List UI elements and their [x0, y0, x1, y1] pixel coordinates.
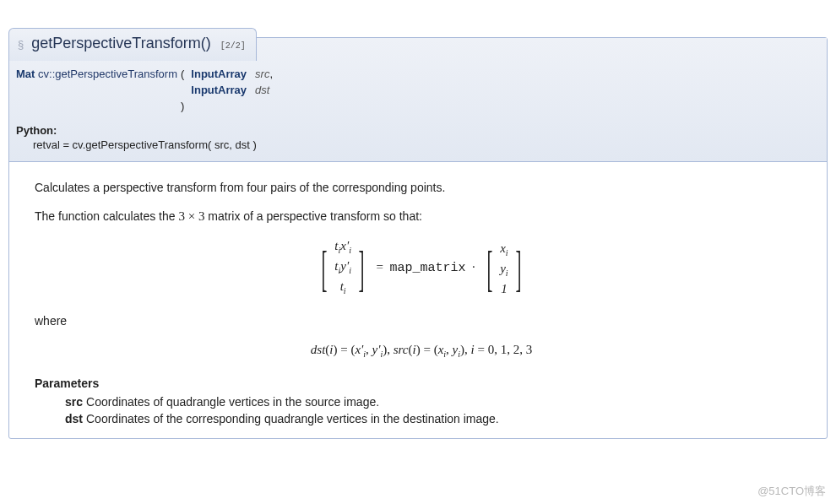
- open-paren: (: [179, 66, 186, 82]
- where-label: where: [35, 312, 808, 329]
- left-vector: tix'i tiy'i ti: [334, 238, 351, 299]
- eq-equals: =: [376, 260, 383, 274]
- signature-row: ): [14, 98, 274, 114]
- python-signature: retval = cv.getPerspectiveTransform( src…: [9, 137, 827, 161]
- parameters-header: Parameters: [35, 375, 808, 392]
- equation-2: dst(i) = (x'i, y'i), src(i) = (xi, yi), …: [35, 341, 808, 361]
- right-bracket-icon: ]: [358, 246, 364, 291]
- signature-row: InputArray dst: [14, 82, 274, 98]
- left-bracket-icon: [: [487, 246, 493, 291]
- param-desc: Coordinates of quadrangle vertices in th…: [86, 395, 379, 409]
- text: matrix of a perspective transform so tha…: [204, 209, 422, 223]
- matrix-size: 3 × 3: [178, 209, 204, 223]
- param-name: dst: [250, 84, 269, 96]
- return-type[interactable]: Mat: [16, 68, 35, 80]
- permalink-icon[interactable]: §: [18, 38, 24, 51]
- signature-row: Mat cv::getPerspectiveTransform ( InputA…: [14, 66, 274, 82]
- param-row: srcCoordinates of quadrangle vertices in…: [65, 393, 808, 410]
- close-paren: ): [179, 98, 186, 114]
- left-bracket-icon: [: [322, 246, 328, 291]
- parameters-list: srcCoordinates of quadrangle vertices in…: [65, 393, 808, 428]
- member-item: § getPerspectiveTransform() [2/2] Mat cv…: [8, 37, 828, 439]
- brief-desc: Calculates a perspective transform from …: [35, 179, 808, 196]
- param-name: dst: [65, 412, 83, 425]
- qualified-name: cv::getPerspectiveTransform: [38, 68, 177, 80]
- eq-dot: ·: [472, 260, 475, 274]
- member-title: § getPerspectiveTransform() [2/2]: [8, 28, 257, 61]
- function-name: getPerspectiveTransform(): [31, 35, 210, 51]
- trail: ,: [269, 68, 273, 80]
- right-vector: xi yi 1: [500, 241, 508, 296]
- text: The function calculates the: [35, 209, 178, 223]
- member-doc: Calculates a perspective transform from …: [9, 162, 827, 438]
- python-header: Python:: [9, 121, 827, 137]
- param-type[interactable]: InputArray: [187, 84, 247, 96]
- param-name: src: [250, 68, 269, 80]
- cpp-signature: Mat cv::getPerspectiveTransform ( InputA…: [14, 66, 274, 114]
- param-type[interactable]: InputArray: [187, 68, 247, 80]
- equation-1: [ tix'i tiy'i ti ] = map_matrix · [ xi y…: [35, 238, 808, 299]
- detailed-desc: The function calculates the 3 × 3 matrix…: [35, 208, 808, 226]
- param-row: dstCoordinates of the corresponding quad…: [65, 410, 808, 427]
- member-proto: § getPerspectiveTransform() [2/2] Mat cv…: [9, 38, 827, 162]
- param-name: src: [65, 395, 83, 409]
- map-matrix-symbol: map_matrix: [389, 261, 465, 275]
- param-desc: Coordinates of the corresponding quadran…: [86, 412, 499, 425]
- watermark: @51CTO博客: [757, 484, 826, 499]
- doc-page: § getPerspectiveTransform() [2/2] Mat cv…: [0, 0, 836, 504]
- overload-indicator: [2/2]: [220, 41, 246, 51]
- right-bracket-icon: ]: [515, 246, 521, 291]
